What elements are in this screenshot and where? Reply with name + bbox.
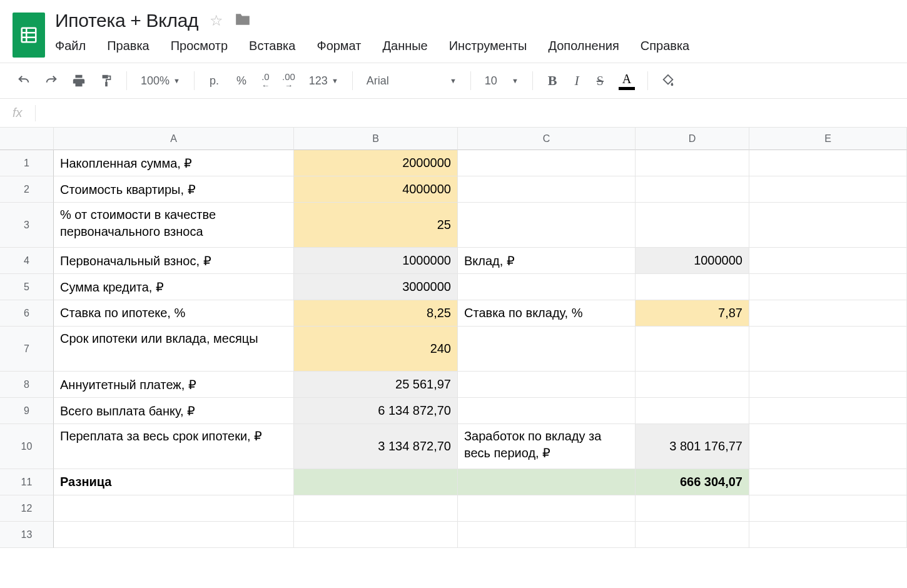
cell-B13[interactable] [294,522,458,548]
cell-E10[interactable] [749,424,907,469]
sheets-logo-icon[interactable] [13,13,45,58]
cell-B8[interactable]: 25 561,97 [294,372,458,398]
menu-data[interactable]: Данные [382,39,427,53]
cell-B4[interactable]: 1000000 [294,248,458,274]
paint-format-button[interactable] [95,69,118,92]
column-header-B[interactable]: B [294,128,458,150]
cell-A2[interactable]: Стоимость квартиры, ₽ [54,176,294,203]
menu-help[interactable]: Справка [641,39,689,53]
cell-B11[interactable] [294,469,458,495]
cell-C8[interactable] [458,372,636,398]
menu-edit[interactable]: Правка [107,39,149,53]
cell-D6[interactable]: 7,87 [636,300,749,327]
cell-A6[interactable]: Ставка по ипотеке, % [54,300,294,327]
row-header-10[interactable]: 10 [0,424,54,469]
menu-view[interactable]: Просмотр [171,39,228,53]
cell-A13[interactable] [54,522,294,548]
menu-format[interactable]: Формат [317,39,361,53]
column-header-C[interactable]: C [458,128,636,150]
cell-A8[interactable]: Аннуитетный платеж, ₽ [54,372,294,398]
cell-C2[interactable] [458,176,636,203]
strikethrough-button[interactable]: S [590,74,610,88]
cell-A10[interactable]: Переплата за весь срок ипотеки, ₽ [54,424,294,469]
select-all-corner[interactable] [0,128,54,150]
row-header-1[interactable]: 1 [0,150,54,176]
font-size-select[interactable]: 10▼ [480,74,524,88]
cell-D9[interactable] [636,398,749,424]
cell-B12[interactable] [294,495,458,522]
row-header-4[interactable]: 4 [0,248,54,274]
cell-D12[interactable] [636,495,749,522]
cell-D8[interactable] [636,372,749,398]
cell-E1[interactable] [749,150,907,176]
cell-E7[interactable] [749,327,907,372]
folder-icon[interactable] [235,13,251,29]
cell-B10[interactable]: 3 134 872,70 [294,424,458,469]
cell-A5[interactable]: Сумма кредита, ₽ [54,274,294,300]
cell-E4[interactable] [749,248,907,274]
cell-A1[interactable]: Накопленная сумма, ₽ [54,150,294,176]
column-header-D[interactable]: D [636,128,749,150]
decrease-decimal-button[interactable]: .0← [258,69,273,92]
font-select[interactable]: Arial▼ [362,74,462,88]
cell-C6[interactable]: Ставка по вкладу, % [458,300,636,327]
cell-C9[interactable] [458,398,636,424]
cell-E3[interactable] [749,203,907,248]
print-button[interactable] [68,69,90,92]
bold-button[interactable]: B [542,73,564,89]
cell-D10[interactable]: 3 801 176,77 [636,424,749,469]
formula-input[interactable] [48,108,894,119]
column-header-E[interactable]: E [749,128,907,150]
cell-E12[interactable] [749,495,907,522]
text-color-button[interactable]: A [615,72,639,90]
menu-insert[interactable]: Вставка [249,39,295,53]
percent-format-button[interactable]: % [230,74,253,88]
doc-title[interactable]: Ипотека + Вклад [55,10,198,31]
cell-D1[interactable] [636,150,749,176]
cell-C13[interactable] [458,522,636,548]
cell-E8[interactable] [749,372,907,398]
cell-E2[interactable] [749,176,907,203]
cell-C11[interactable] [458,469,636,495]
cell-B5[interactable]: 3000000 [294,274,458,300]
row-header-7[interactable]: 7 [0,327,54,372]
cell-B7[interactable]: 240 [294,327,458,372]
italic-button[interactable]: I [568,73,585,89]
undo-button[interactable] [13,69,35,92]
cell-C5[interactable] [458,274,636,300]
cell-A4[interactable]: Первоначальный взнос, ₽ [54,248,294,274]
cell-D4[interactable]: 1000000 [636,248,749,274]
cell-C1[interactable] [458,150,636,176]
cell-C4[interactable]: Вклад, ₽ [458,248,636,274]
row-header-9[interactable]: 9 [0,398,54,424]
more-formats-select[interactable]: 123▼ [304,74,343,88]
cell-C10[interactable]: Заработок по вкладу за весь период, ₽ [458,424,636,469]
menu-tools[interactable]: Инструменты [449,39,527,53]
cell-D2[interactable] [636,176,749,203]
cell-B1[interactable]: 2000000 [294,150,458,176]
cell-E9[interactable] [749,398,907,424]
cell-A9[interactable]: Всего выплата банку, ₽ [54,398,294,424]
cell-D5[interactable] [636,274,749,300]
cell-C7[interactable] [458,327,636,372]
cell-E13[interactable] [749,522,907,548]
row-header-11[interactable]: 11 [0,469,54,495]
row-header-8[interactable]: 8 [0,372,54,398]
row-header-13[interactable]: 13 [0,522,54,548]
star-icon[interactable]: ☆ [210,12,223,29]
redo-button[interactable] [40,69,63,92]
cell-A11[interactable]: Разница [54,469,294,495]
row-header-3[interactable]: 3 [0,203,54,248]
cell-B3[interactable]: 25 [294,203,458,248]
currency-format-button[interactable]: р. [203,74,225,88]
cell-D3[interactable] [636,203,749,248]
increase-decimal-button[interactable]: .00→ [278,69,299,92]
cell-D7[interactable] [636,327,749,372]
cell-B9[interactable]: 6 134 872,70 [294,398,458,424]
cell-D13[interactable] [636,522,749,548]
row-header-6[interactable]: 6 [0,300,54,327]
row-header-12[interactable]: 12 [0,495,54,522]
cell-C3[interactable] [458,203,636,248]
menu-file[interactable]: Файл [55,39,86,53]
cell-A12[interactable] [54,495,294,522]
